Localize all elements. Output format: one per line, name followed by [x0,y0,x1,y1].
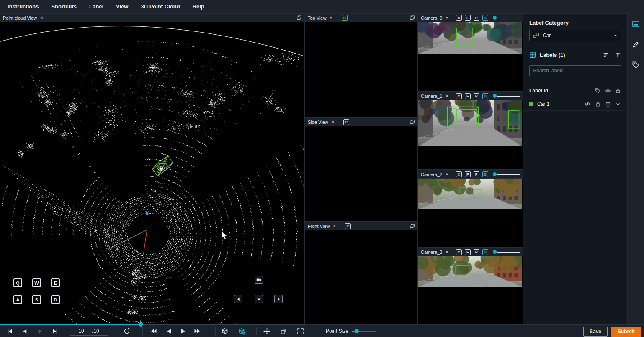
frame-progress-knob[interactable] [139,322,143,327]
search-labels-input[interactable] [529,65,621,76]
side-view-viewport[interactable] [305,126,417,221]
rewind-button[interactable] [150,327,157,335]
camera-opacity-slider[interactable] [493,94,520,98]
camera-f-toggle[interactable]: F [465,15,471,21]
close-icon[interactable]: ✕ [40,15,43,20]
loop-playback-button[interactable] [123,327,131,335]
menu-shortcuts[interactable]: Shortcuts [51,3,77,10]
camera-2-image[interactable] [418,179,522,209]
tags-panel-button[interactable] [632,61,640,69]
camera-b-toggle[interactable]: B [482,93,488,99]
window-restore-icon[interactable] [296,15,302,20]
camera-opacity-slider[interactable] [493,250,520,254]
close-icon[interactable]: ✕ [445,15,448,20]
cuboid-mode-button[interactable] [221,327,229,335]
camera-p-toggle[interactable]: P [474,249,479,255]
skip-to-end-button[interactable] [51,327,59,335]
camera-c-toggle[interactable]: C [456,15,462,21]
key-e[interactable]: E [51,278,60,287]
menu-label[interactable]: Label [89,3,103,10]
menu-help[interactable]: Help [193,3,204,10]
frame-progress-track[interactable] [0,324,305,325]
close-icon[interactable]: ✕ [445,94,448,98]
menu-view[interactable]: View [116,3,128,10]
close-icon[interactable]: ✕ [329,15,332,20]
camera-p-toggle[interactable]: P [474,15,479,21]
front-view-c-toggle[interactable]: C [345,223,351,229]
slider-knob[interactable] [493,94,497,98]
tag-all-button[interactable] [595,88,601,94]
camera-c-toggle[interactable]: C [456,249,462,255]
camera-c-toggle[interactable]: C [456,171,462,177]
camera-1-image[interactable] [418,100,522,146]
menu-3d-point-cloud[interactable]: 3D Point Cloud [141,3,180,10]
camera-opacity-slider[interactable] [493,16,520,20]
slider-knob[interactable] [493,16,497,20]
move-tool-button[interactable] [263,327,270,335]
camera-f-toggle[interactable]: F [465,171,471,177]
camera-0-image[interactable] [418,22,522,54]
labels-panel-button[interactable] [632,20,640,28]
key-d[interactable]: D [51,295,60,304]
side-view-c-toggle[interactable]: C [343,119,349,125]
key-w[interactable]: W [32,278,41,287]
camera-opacity-slider[interactable] [493,172,520,176]
slider-knob[interactable] [493,250,497,254]
filter-labels-button[interactable] [615,52,621,58]
fullscreen-button[interactable] [296,327,304,335]
point-size-slider[interactable] [352,330,376,332]
key-q[interactable]: Q [13,278,22,287]
top-view-viewport[interactable] [305,22,417,117]
window-restore-icon[interactable] [410,15,415,20]
toggle-visibility-all-button[interactable] [605,88,611,94]
lock-label-button[interactable] [595,101,601,107]
slider-knob[interactable] [355,329,359,333]
close-icon[interactable]: ✕ [445,250,448,254]
frame-number-input[interactable] [73,328,89,334]
camera-p-toggle[interactable]: P [474,171,479,177]
point-cloud-header: Point cloud View ✕ [0,14,304,22]
lock-all-button[interactable] [615,88,621,94]
submit-button[interactable]: Submit [611,327,641,337]
close-icon[interactable]: ✕ [332,224,336,228]
delete-label-button[interactable] [605,101,611,107]
cuboid-snap-mode-button[interactable] [238,327,245,335]
edit-panel-button[interactable] [632,41,640,49]
pan-left-button[interactable] [234,295,242,303]
play-button[interactable] [36,327,44,335]
pan-right-button[interactable] [274,295,283,303]
camera-view-button[interactable] [255,276,263,284]
label-category-dropdown[interactable]: Car [529,30,621,41]
camera-f-toggle[interactable]: F [465,93,471,99]
expand-label-button[interactable] [615,101,621,107]
fast-forward-button[interactable] [193,327,201,335]
camera-f-toggle[interactable]: F [465,249,471,255]
key-s[interactable]: S [32,295,41,304]
camera-b-toggle[interactable]: B [482,249,488,255]
sort-labels-button[interactable] [603,52,609,58]
hide-label-button[interactable] [585,101,591,107]
chevron-down-icon[interactable] [610,30,621,41]
window-restore-icon[interactable] [410,223,415,229]
pan-down-button[interactable] [255,295,263,303]
step-back-button[interactable] [165,327,173,335]
close-icon[interactable]: ✕ [445,172,448,176]
front-view-viewport[interactable] [305,230,417,324]
step-forward-button[interactable] [179,327,187,335]
camera-3-image[interactable] [418,256,522,287]
label-row-car-1[interactable]: Car:1 [523,97,627,111]
save-button[interactable]: Save [583,327,608,337]
key-a[interactable]: A [13,295,22,304]
window-restore-icon[interactable] [410,119,415,125]
menu-instructions[interactable]: Instructions [8,3,39,10]
rotate-tool-button[interactable] [280,327,287,335]
top-view-c-toggle[interactable]: C [342,15,348,21]
camera-c-toggle[interactable]: C [456,93,462,99]
skip-to-start-button[interactable] [6,327,13,335]
previous-frame-button[interactable] [21,327,28,335]
camera-p-toggle[interactable]: P [474,93,479,99]
camera-b-toggle[interactable]: B [482,171,488,177]
slider-knob[interactable] [493,172,497,176]
close-icon[interactable]: ✕ [331,120,335,124]
camera-b-toggle[interactable]: B [482,15,488,21]
